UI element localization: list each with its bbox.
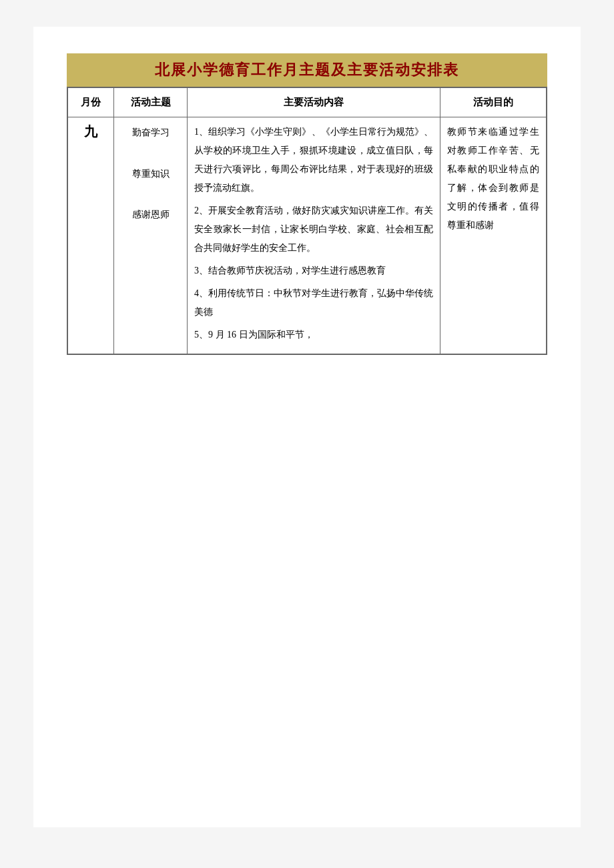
content-cell: 1、组织学习《小学生守则》、《小学生日常行为规范》、从学校的环境卫生入手，狠抓环… [188,117,440,355]
content-para-5: 5、9 月 16 日为国际和平节， [194,326,433,344]
month-cell: 九 [67,117,114,355]
content-para-2: 2、开展安全教育活动，做好防灾减灾知识讲座工作。有关安全致家长一封信，让家长明白… [194,201,433,258]
header-theme: 活动主题 [114,87,188,117]
header-content: 主要活动内容 [188,87,440,117]
table-row: 九 勤奋学习尊重知识感谢恩师 1、组织学习《小学生守则》、《小学生日常行为规范》… [67,117,547,355]
page-container: 北展小学德育工作月主题及主要活动安排表 月份 活动主题 主要活动内容 活动目的 … [33,27,581,827]
content-para-3: 3、结合教师节庆祝活动，对学生进行感恩教育 [194,262,433,280]
content-para-1: 1、组织学习《小学生守则》、《小学生日常行为规范》、从学校的环境卫生入手，狠抓环… [194,123,433,197]
header-purpose: 活动目的 [440,87,547,117]
header-month: 月份 [67,87,114,117]
main-table: 月份 活动主题 主要活动内容 活动目的 九 勤奋学习尊重知识感谢恩师 1、组织学… [67,87,547,355]
document-title: 北展小学德育工作月主题及主要活动安排表 [67,53,547,87]
table-header-row: 月份 活动主题 主要活动内容 活动目的 [67,87,547,117]
content-para-4: 4、利用传统节日：中秋节对学生进行教育，弘扬中华传统美德 [194,284,433,322]
purpose-cell: 教师节来临通过学生对教师工作辛苦、无私奉献的职业特点的了解，体会到教师是文明的传… [440,117,547,355]
theme-cell: 勤奋学习尊重知识感谢恩师 [114,117,188,355]
